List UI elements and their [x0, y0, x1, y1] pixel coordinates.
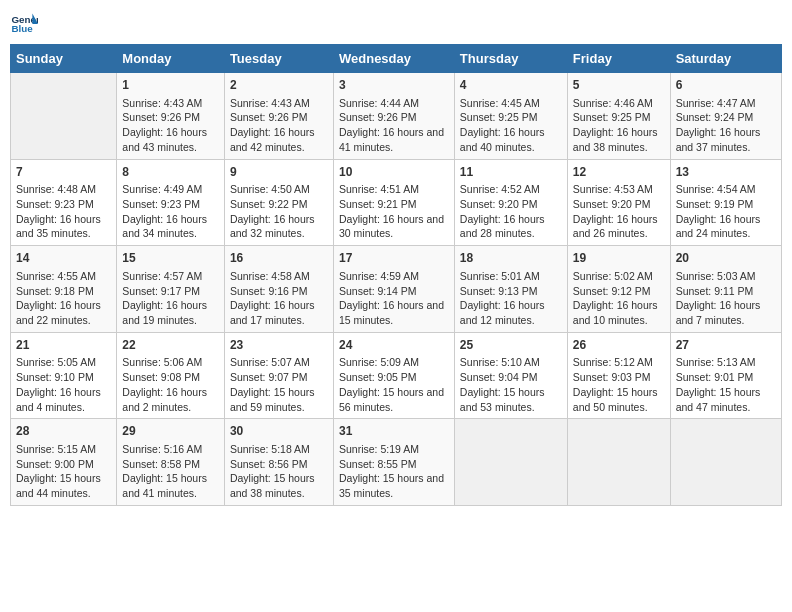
cell-week4-day7: 27Sunrise: 5:13 AMSunset: 9:01 PMDayligh… [670, 332, 781, 419]
cell-week3-day2: 15Sunrise: 4:57 AMSunset: 9:17 PMDayligh… [117, 246, 225, 333]
cell-week3-day4: 17Sunrise: 4:59 AMSunset: 9:14 PMDayligh… [333, 246, 454, 333]
day-number: 3 [339, 77, 449, 94]
day-number: 30 [230, 423, 328, 440]
day-info: Sunrise: 4:58 AMSunset: 9:16 PMDaylight:… [230, 269, 328, 328]
day-number: 22 [122, 337, 219, 354]
svg-text:Blue: Blue [11, 23, 33, 34]
cell-week4-day1: 21Sunrise: 5:05 AMSunset: 9:10 PMDayligh… [11, 332, 117, 419]
day-number: 26 [573, 337, 665, 354]
cell-week4-day3: 23Sunrise: 5:07 AMSunset: 9:07 PMDayligh… [224, 332, 333, 419]
day-info: Sunrise: 5:02 AMSunset: 9:12 PMDaylight:… [573, 269, 665, 328]
cell-week1-day1 [11, 73, 117, 160]
day-info: Sunrise: 5:03 AMSunset: 9:11 PMDaylight:… [676, 269, 776, 328]
day-number: 8 [122, 164, 219, 181]
calendar-table: SundayMondayTuesdayWednesdayThursdayFrid… [10, 44, 782, 506]
column-header-friday: Friday [567, 45, 670, 73]
day-number: 27 [676, 337, 776, 354]
day-info: Sunrise: 4:57 AMSunset: 9:17 PMDaylight:… [122, 269, 219, 328]
cell-week5-day6 [567, 419, 670, 506]
column-header-wednesday: Wednesday [333, 45, 454, 73]
cell-week2-day1: 7Sunrise: 4:48 AMSunset: 9:23 PMDaylight… [11, 159, 117, 246]
day-info: Sunrise: 5:15 AMSunset: 9:00 PMDaylight:… [16, 442, 111, 501]
day-info: Sunrise: 4:45 AMSunset: 9:25 PMDaylight:… [460, 96, 562, 155]
day-number: 1 [122, 77, 219, 94]
day-info: Sunrise: 5:10 AMSunset: 9:04 PMDaylight:… [460, 355, 562, 414]
cell-week2-day2: 8Sunrise: 4:49 AMSunset: 9:23 PMDaylight… [117, 159, 225, 246]
day-number: 13 [676, 164, 776, 181]
day-info: Sunrise: 4:52 AMSunset: 9:20 PMDaylight:… [460, 182, 562, 241]
day-info: Sunrise: 5:05 AMSunset: 9:10 PMDaylight:… [16, 355, 111, 414]
week-row-4: 21Sunrise: 5:05 AMSunset: 9:10 PMDayligh… [11, 332, 782, 419]
day-info: Sunrise: 4:44 AMSunset: 9:26 PMDaylight:… [339, 96, 449, 155]
cell-week3-day3: 16Sunrise: 4:58 AMSunset: 9:16 PMDayligh… [224, 246, 333, 333]
week-row-2: 7Sunrise: 4:48 AMSunset: 9:23 PMDaylight… [11, 159, 782, 246]
logo: General Blue [10, 10, 38, 38]
day-number: 15 [122, 250, 219, 267]
day-number: 6 [676, 77, 776, 94]
day-number: 24 [339, 337, 449, 354]
day-info: Sunrise: 4:55 AMSunset: 9:18 PMDaylight:… [16, 269, 111, 328]
column-header-sunday: Sunday [11, 45, 117, 73]
cell-week5-day5 [454, 419, 567, 506]
cell-week1-day2: 1Sunrise: 4:43 AMSunset: 9:26 PMDaylight… [117, 73, 225, 160]
column-header-monday: Monday [117, 45, 225, 73]
day-info: Sunrise: 4:43 AMSunset: 9:26 PMDaylight:… [230, 96, 328, 155]
day-info: Sunrise: 4:53 AMSunset: 9:20 PMDaylight:… [573, 182, 665, 241]
day-number: 10 [339, 164, 449, 181]
day-number: 16 [230, 250, 328, 267]
header: General Blue [10, 10, 782, 38]
header-row: SundayMondayTuesdayWednesdayThursdayFrid… [11, 45, 782, 73]
day-info: Sunrise: 4:46 AMSunset: 9:25 PMDaylight:… [573, 96, 665, 155]
cell-week5-day3: 30Sunrise: 5:18 AMSunset: 8:56 PMDayligh… [224, 419, 333, 506]
day-info: Sunrise: 4:43 AMSunset: 9:26 PMDaylight:… [122, 96, 219, 155]
cell-week1-day7: 6Sunrise: 4:47 AMSunset: 9:24 PMDaylight… [670, 73, 781, 160]
day-number: 28 [16, 423, 111, 440]
cell-week4-day6: 26Sunrise: 5:12 AMSunset: 9:03 PMDayligh… [567, 332, 670, 419]
cell-week2-day6: 12Sunrise: 4:53 AMSunset: 9:20 PMDayligh… [567, 159, 670, 246]
day-number: 23 [230, 337, 328, 354]
day-info: Sunrise: 5:07 AMSunset: 9:07 PMDaylight:… [230, 355, 328, 414]
cell-week3-day6: 19Sunrise: 5:02 AMSunset: 9:12 PMDayligh… [567, 246, 670, 333]
cell-week3-day7: 20Sunrise: 5:03 AMSunset: 9:11 PMDayligh… [670, 246, 781, 333]
cell-week4-day2: 22Sunrise: 5:06 AMSunset: 9:08 PMDayligh… [117, 332, 225, 419]
cell-week5-day1: 28Sunrise: 5:15 AMSunset: 9:00 PMDayligh… [11, 419, 117, 506]
day-info: Sunrise: 4:59 AMSunset: 9:14 PMDaylight:… [339, 269, 449, 328]
day-number: 2 [230, 77, 328, 94]
day-number: 14 [16, 250, 111, 267]
cell-week5-day7 [670, 419, 781, 506]
logo-icon: General Blue [10, 10, 38, 38]
day-number: 5 [573, 77, 665, 94]
day-number: 12 [573, 164, 665, 181]
cell-week2-day7: 13Sunrise: 4:54 AMSunset: 9:19 PMDayligh… [670, 159, 781, 246]
day-number: 9 [230, 164, 328, 181]
day-info: Sunrise: 5:19 AMSunset: 8:55 PMDaylight:… [339, 442, 449, 501]
cell-week2-day4: 10Sunrise: 4:51 AMSunset: 9:21 PMDayligh… [333, 159, 454, 246]
day-info: Sunrise: 4:49 AMSunset: 9:23 PMDaylight:… [122, 182, 219, 241]
day-number: 17 [339, 250, 449, 267]
cell-week2-day3: 9Sunrise: 4:50 AMSunset: 9:22 PMDaylight… [224, 159, 333, 246]
day-number: 21 [16, 337, 111, 354]
cell-week1-day4: 3Sunrise: 4:44 AMSunset: 9:26 PMDaylight… [333, 73, 454, 160]
column-header-tuesday: Tuesday [224, 45, 333, 73]
day-info: Sunrise: 5:01 AMSunset: 9:13 PMDaylight:… [460, 269, 562, 328]
cell-week4-day5: 25Sunrise: 5:10 AMSunset: 9:04 PMDayligh… [454, 332, 567, 419]
cell-week3-day5: 18Sunrise: 5:01 AMSunset: 9:13 PMDayligh… [454, 246, 567, 333]
cell-week1-day3: 2Sunrise: 4:43 AMSunset: 9:26 PMDaylight… [224, 73, 333, 160]
day-info: Sunrise: 4:54 AMSunset: 9:19 PMDaylight:… [676, 182, 776, 241]
day-number: 19 [573, 250, 665, 267]
day-number: 20 [676, 250, 776, 267]
day-number: 25 [460, 337, 562, 354]
day-number: 4 [460, 77, 562, 94]
day-info: Sunrise: 5:12 AMSunset: 9:03 PMDaylight:… [573, 355, 665, 414]
week-row-5: 28Sunrise: 5:15 AMSunset: 9:00 PMDayligh… [11, 419, 782, 506]
day-number: 18 [460, 250, 562, 267]
cell-week5-day2: 29Sunrise: 5:16 AMSunset: 8:58 PMDayligh… [117, 419, 225, 506]
day-info: Sunrise: 4:50 AMSunset: 9:22 PMDaylight:… [230, 182, 328, 241]
cell-week1-day6: 5Sunrise: 4:46 AMSunset: 9:25 PMDaylight… [567, 73, 670, 160]
day-number: 11 [460, 164, 562, 181]
week-row-1: 1Sunrise: 4:43 AMSunset: 9:26 PMDaylight… [11, 73, 782, 160]
day-info: Sunrise: 5:06 AMSunset: 9:08 PMDaylight:… [122, 355, 219, 414]
day-number: 7 [16, 164, 111, 181]
day-info: Sunrise: 4:47 AMSunset: 9:24 PMDaylight:… [676, 96, 776, 155]
day-info: Sunrise: 5:09 AMSunset: 9:05 PMDaylight:… [339, 355, 449, 414]
